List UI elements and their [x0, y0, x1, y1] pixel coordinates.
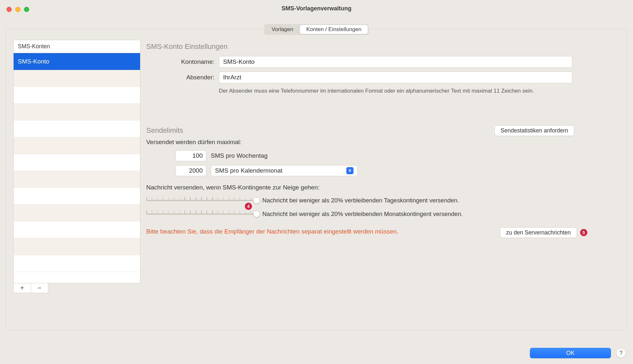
per-month-input[interactable]	[175, 165, 206, 176]
daily-threshold-label: Nachricht bei weniger als 20% verbleiben…	[262, 197, 459, 204]
list-item[interactable]	[14, 70, 140, 87]
add-button[interactable]: +	[14, 283, 31, 293]
monthly-threshold-slider[interactable]	[146, 209, 257, 219]
bottom-bar: OK ?	[530, 348, 626, 358]
account-name-label: Kontoname:	[146, 58, 214, 65]
per-weekday-input[interactable]	[175, 150, 206, 161]
sender-hint: Der Absender muss eine Telefonnummer im …	[219, 87, 572, 95]
tab-bar: Vorlagen Konten / Einstellungen	[264, 24, 368, 35]
tab-accounts[interactable]: Konten / Einstellungen	[300, 25, 368, 34]
list-item[interactable]	[14, 154, 140, 171]
request-stats-button[interactable]: Sendestatistiken anfordern	[495, 125, 574, 136]
accounts-list: SMS-Konten SMS-Konto	[13, 40, 140, 283]
list-item[interactable]	[14, 171, 140, 188]
list-item[interactable]	[14, 137, 140, 154]
per-weekday-label: SMS pro Wochentag	[211, 152, 268, 159]
titlebar: SMS-Vorlagenverwaltung	[0, 0, 633, 12]
tab-templates[interactable]: Vorlagen	[265, 25, 300, 34]
list-item[interactable]	[14, 238, 140, 255]
section-title-limits: Sendelimits	[146, 126, 183, 135]
help-button[interactable]: ?	[616, 348, 626, 358]
list-item[interactable]	[14, 104, 140, 120]
window-title: SMS-Vorlagenverwaltung	[0, 5, 633, 12]
list-item[interactable]	[14, 222, 140, 238]
per-month-select[interactable]: SMS pro Kalendermonat	[211, 165, 358, 176]
sender-input[interactable]	[219, 72, 572, 83]
list-item-label: SMS-Konto	[18, 58, 49, 65]
list-item[interactable]: SMS-Konto	[14, 53, 140, 70]
list-item[interactable]	[14, 205, 140, 222]
sender-label: Absender:	[146, 74, 214, 81]
accounts-list-header: SMS-Konten	[14, 40, 140, 53]
limits-intro: Versendet werden dürfen maximal:	[146, 139, 620, 146]
server-messages-button[interactable]: zu den Servernachrichten	[500, 227, 577, 238]
ok-button[interactable]: OK	[530, 348, 611, 358]
sidebar: SMS-Konten SMS-Konto + −	[13, 40, 140, 323]
badge-5: 5	[580, 229, 587, 236]
settings-pane: SMS-Konto Einstellungen Kontoname: Absen…	[146, 40, 620, 323]
threshold-intro: Nachricht versenden, wenn SMS-Kontingent…	[146, 184, 620, 191]
per-month-select-label: SMS pro Kalendermonat	[215, 167, 282, 174]
list-item[interactable]	[14, 188, 140, 205]
list-item[interactable]	[14, 87, 140, 104]
recipients-warning: Bitte beachten Sie, dass die Empfänger d…	[146, 227, 493, 236]
list-footer: + −	[13, 283, 48, 293]
badge-4: 4	[245, 203, 252, 210]
list-item[interactable]	[14, 255, 140, 272]
remove-button[interactable]: −	[31, 283, 48, 293]
account-name-input[interactable]	[219, 56, 572, 68]
daily-threshold-slider[interactable]	[146, 196, 257, 205]
section-title-account: SMS-Konto Einstellungen	[146, 42, 620, 51]
list-item[interactable]	[14, 120, 140, 137]
monthly-threshold-row: Nachricht bei weniger als 20% verbleiben…	[146, 209, 620, 219]
monthly-threshold-label: Nachricht bei weniger als 20% verbleiben…	[262, 210, 463, 218]
chevron-up-down-icon	[346, 167, 353, 174]
daily-threshold-row: Nachricht bei weniger als 20% verbleiben…	[146, 196, 620, 205]
main-frame: Vorlagen Konten / Einstellungen SMS-Kont…	[6, 29, 627, 330]
